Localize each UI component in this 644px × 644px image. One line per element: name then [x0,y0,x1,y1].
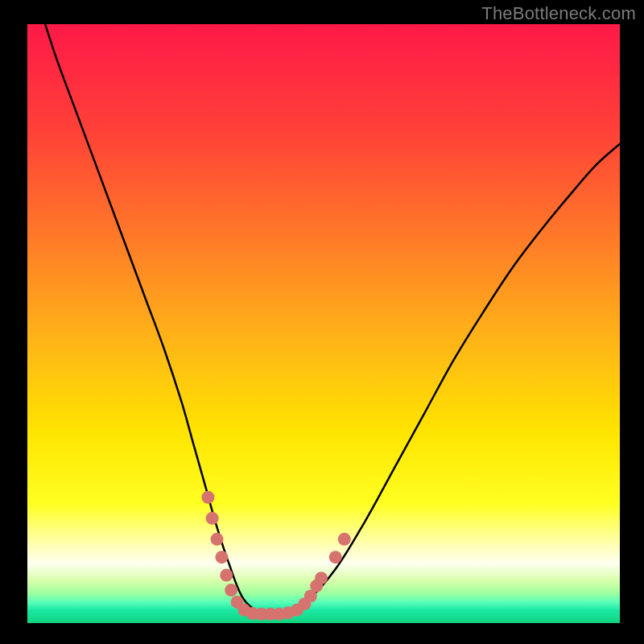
highlight-dot [215,551,228,564]
bottleneck-curve [45,24,620,616]
highlight-dots [201,491,350,621]
highlight-dot [338,533,351,546]
highlight-dot [329,551,342,564]
curve-overlay [27,24,620,623]
highlight-dot [211,533,224,546]
highlight-dot [220,568,233,581]
highlight-dot [225,584,237,597]
highlight-dot [315,572,328,584]
highlight-dot [206,512,219,525]
highlight-dot [201,491,214,504]
watermark-text: TheBottleneck.com [481,3,636,24]
plot-area [27,24,620,623]
